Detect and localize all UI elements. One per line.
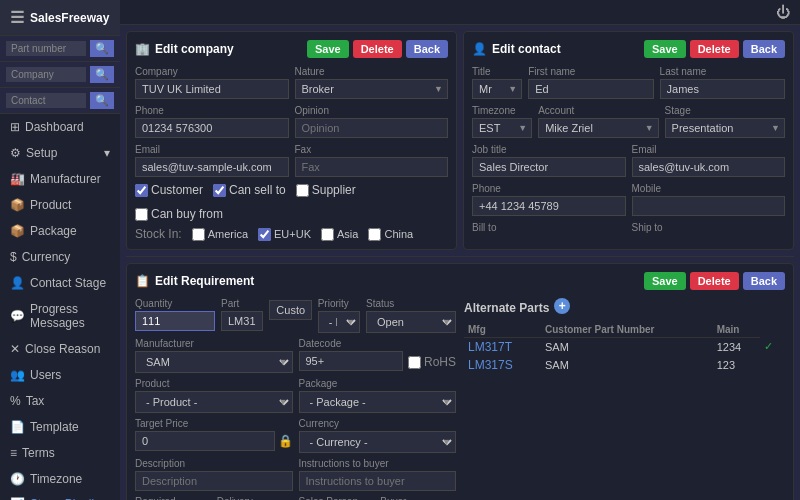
- title-select[interactable]: Mr: [472, 79, 522, 99]
- tax-icon: %: [10, 394, 21, 408]
- req-save-btn[interactable]: Save: [644, 272, 686, 290]
- stock-america[interactable]: America: [192, 228, 248, 241]
- sidebar-item-tax[interactable]: % Tax: [0, 388, 120, 414]
- sidebar-item-dashboard[interactable]: ⊞ Dashboard: [0, 114, 120, 140]
- customer-checkbox[interactable]: [135, 184, 148, 197]
- sidebar-item-setup[interactable]: ⚙ Setup ▾: [0, 140, 120, 166]
- part-input[interactable]: [221, 311, 263, 331]
- nature-select[interactable]: Broker: [295, 79, 449, 99]
- company-search-input[interactable]: [6, 67, 86, 82]
- req-delete-btn[interactable]: Delete: [690, 272, 739, 290]
- firstname-input[interactable]: [528, 79, 653, 99]
- priority-select[interactable]: - Priority -: [318, 311, 360, 333]
- package-select[interactable]: - Package -: [299, 391, 457, 413]
- sidebar-item-users[interactable]: 👥 Users: [0, 362, 120, 388]
- target-price-input[interactable]: [135, 431, 275, 451]
- buyer-label: Buyer: [380, 496, 456, 500]
- can-buy-checkbox[interactable]: [135, 208, 148, 221]
- req-back-btn[interactable]: Back: [743, 272, 785, 290]
- sidebar-item-contact-stage[interactable]: 👤 Contact Stage: [0, 270, 120, 296]
- customer-checkbox-label[interactable]: Customer: [135, 183, 203, 197]
- sidebar-item-manufacturer[interactable]: 🏭 Manufacturer: [0, 166, 120, 192]
- company-checkboxes: Customer Can sell to Supplier Can b: [135, 183, 448, 221]
- sidebar-label-users: Users: [30, 368, 61, 382]
- contact-phone-input[interactable]: [472, 196, 626, 216]
- lastname-input[interactable]: [660, 79, 785, 99]
- instructions-input[interactable]: [299, 471, 457, 491]
- manufacturer-icon: 🏭: [10, 172, 25, 186]
- company-save-btn[interactable]: Save: [307, 40, 349, 58]
- can-sell-checkbox-label[interactable]: Can sell to: [213, 183, 286, 197]
- tab-calls[interactable]: 📞 Calls: [126, 256, 192, 257]
- company-name-input[interactable]: [135, 79, 289, 99]
- company-search-btn[interactable]: 🔍: [90, 66, 114, 83]
- sidebar-label-progress-messages: Progress Messages: [30, 302, 110, 330]
- alt-parts-table: Mfg Customer Part Number Main LM317T SAM…: [464, 322, 785, 374]
- quantity-input[interactable]: [135, 311, 215, 331]
- rohs-checkbox[interactable]: [408, 356, 421, 369]
- jobtitle-input[interactable]: [472, 157, 626, 177]
- phone-input[interactable]: [135, 118, 289, 138]
- timezone-select[interactable]: EST: [472, 118, 532, 138]
- tab-rfq[interactable]: 📨 RFQ: [613, 256, 677, 257]
- contact-save-btn[interactable]: Save: [644, 40, 686, 58]
- tab-purchase-orders[interactable]: 📦 Purchase Orders: [678, 256, 794, 257]
- description-input[interactable]: [135, 471, 293, 491]
- alt-part-link-0[interactable]: LM317T: [468, 340, 512, 354]
- sidebar-item-close-reason[interactable]: ✕ Close Reason: [0, 336, 120, 362]
- can-buy-checkbox-label[interactable]: Can buy from: [135, 207, 223, 221]
- supplier-checkbox-label[interactable]: Supplier: [296, 183, 356, 197]
- sidebar-item-package[interactable]: 📦 Package: [0, 218, 120, 244]
- currency-field: Currency - Currency -: [299, 418, 457, 453]
- company-back-btn[interactable]: Back: [406, 40, 448, 58]
- sidebar-item-currency[interactable]: $ Currency: [0, 244, 120, 270]
- manufacturer-select[interactable]: SAM: [135, 351, 293, 373]
- product-select[interactable]: - Product -: [135, 391, 293, 413]
- contact-delete-btn[interactable]: Delete: [690, 40, 739, 58]
- part-number-search-btn[interactable]: 🔍: [90, 40, 114, 57]
- sidebar-item-product[interactable]: 📦 Product: [0, 192, 120, 218]
- currency-select[interactable]: - Currency -: [299, 431, 457, 453]
- alt-parts-add-btn[interactable]: +: [554, 298, 570, 314]
- rohs-label[interactable]: RoHS: [408, 355, 456, 369]
- tab-offers[interactable]: 🏷 Offers: [545, 256, 613, 257]
- sidebar-search-company: 🔍: [0, 62, 120, 88]
- mobile-input[interactable]: [632, 196, 786, 216]
- tab-reqs[interactable]: 📋 Reqs 0: [192, 256, 276, 257]
- stock-asia[interactable]: Asia: [321, 228, 358, 241]
- contact-back-btn[interactable]: Back: [743, 40, 785, 58]
- status-select[interactable]: Open: [366, 311, 456, 333]
- product-label: Product: [135, 378, 293, 389]
- contact-search-btn[interactable]: 🔍: [90, 92, 114, 109]
- target-price-label: Target Price: [135, 418, 293, 429]
- calls-icon: 📞: [136, 256, 151, 257]
- fax-input[interactable]: [295, 157, 449, 177]
- stock-eu[interactable]: EU+UK: [258, 228, 311, 241]
- stage-select[interactable]: Presentation: [665, 118, 785, 138]
- tab-sales-orders[interactable]: 🛒 Sales Orders: [353, 256, 462, 257]
- target-input[interactable]: [269, 300, 311, 320]
- sidebar-item-terms[interactable]: ≡ Terms: [0, 440, 120, 466]
- supplier-checkbox[interactable]: [296, 184, 309, 197]
- stock-china[interactable]: China: [368, 228, 413, 241]
- email-input[interactable]: [135, 157, 289, 177]
- contact-search-input[interactable]: [6, 93, 86, 108]
- req-panel-header: 📋 Edit Requirement Save Delete Back: [135, 272, 785, 290]
- opinion-input[interactable]: [295, 118, 449, 138]
- company-delete-btn[interactable]: Delete: [353, 40, 402, 58]
- sidebar-item-progress-messages[interactable]: 💬 Progress Messages: [0, 296, 120, 336]
- hamburger-icon[interactable]: ☰: [10, 8, 24, 27]
- sidebar-item-template[interactable]: 📄 Template: [0, 414, 120, 440]
- tab-invoices[interactable]: 🧾 Invoices: [462, 256, 545, 257]
- buyer-field: Buyer - Buyer -: [380, 496, 456, 500]
- datecode-input[interactable]: [299, 351, 403, 371]
- contact-email-input[interactable]: [632, 157, 786, 177]
- sidebar-item-timezone[interactable]: 🕐 Timezone: [0, 466, 120, 492]
- part-number-input[interactable]: [6, 41, 86, 56]
- account-select[interactable]: Mike Zriel: [538, 118, 658, 138]
- priority-select-wrap: - Priority -: [318, 311, 360, 333]
- can-sell-checkbox[interactable]: [213, 184, 226, 197]
- alt-part-link-1[interactable]: LM317S: [468, 358, 513, 372]
- tab-quotes[interactable]: 📄 Quotes: [275, 256, 353, 257]
- power-icon[interactable]: ⏻: [776, 4, 790, 20]
